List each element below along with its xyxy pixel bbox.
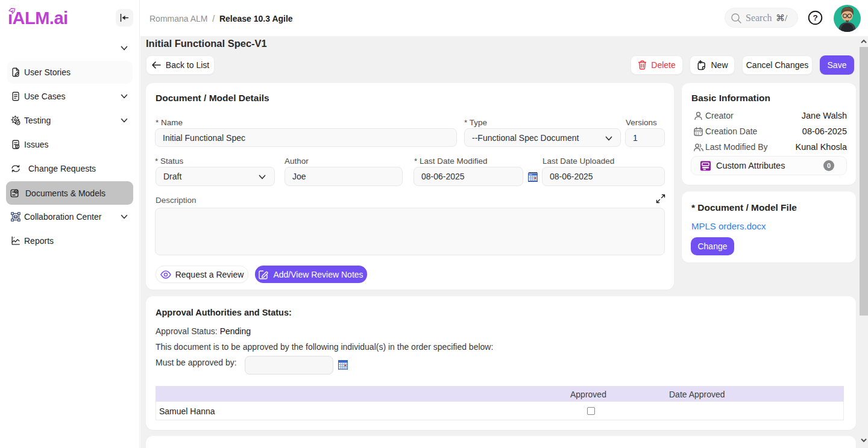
svg-text:?: ?	[813, 13, 817, 22]
